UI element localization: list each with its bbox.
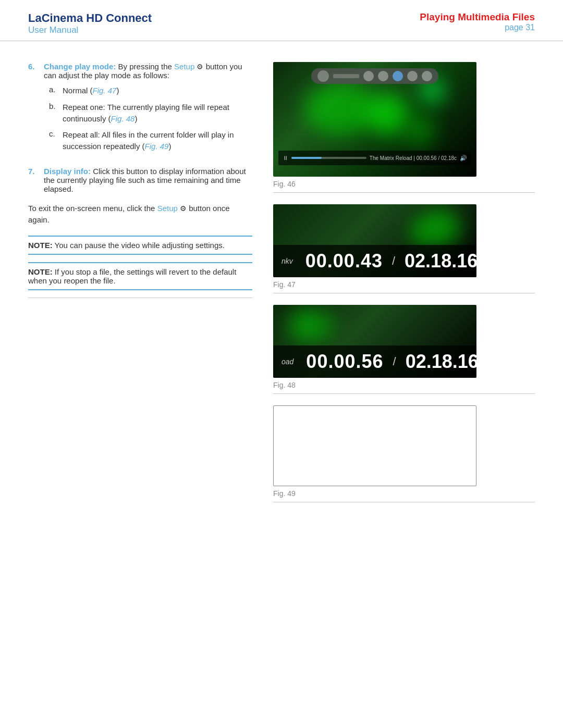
toolbar-separator (333, 74, 359, 78)
figure-49-block: Fig. 49 (273, 405, 535, 502)
step-7-label: Display info: (44, 167, 91, 176)
sub-letter-b: b. (49, 102, 59, 110)
progress-bar (291, 157, 366, 159)
step-7-number: 7. (28, 167, 40, 176)
sub-text-b: Repeat one: The currently playing file w… (63, 102, 252, 125)
toolbar-icon-4 (393, 71, 403, 81)
sub-item-a: a. Normal (Fig. 47) (49, 85, 252, 96)
bottom-divider (28, 298, 252, 298)
green-blob-2 (367, 93, 409, 135)
sub-text-a: Normal (Fig. 47) (63, 85, 252, 96)
note-1: NOTE: You can pause the video while adju… (28, 236, 252, 255)
figure-48-image: oad 00.00.56 / 02.18.16 ① (273, 305, 476, 378)
figure-47-block: nkv 00.00.43 / 02.18.16 Fig. 47 (273, 204, 535, 293)
figure-49-image (273, 405, 476, 486)
toolbar-icon-6 (422, 71, 432, 81)
figure-46-block: ⏸ The Matrix Reload | 00.00.56 / 02.18c … (273, 62, 535, 193)
fig47-total: 02.18.16 (405, 250, 476, 272)
fig47-label: nkv (282, 257, 293, 265)
progress-fill (291, 157, 322, 159)
header-left: LaCinema HD Connect User Manual (28, 11, 152, 35)
sub-item-b: b. Repeat one: The currently playing fil… (49, 102, 252, 125)
step-6-setup-word: Setup (174, 62, 194, 71)
right-column: ⏸ The Matrix Reload | 00.00.56 / 02.18c … (273, 62, 535, 514)
figure-48-caption: Fig. 48 (273, 381, 535, 394)
gear-icon-step6: ⚙ (197, 63, 203, 71)
brand-name: LaCinema HD Connect (28, 11, 152, 25)
step-6-text-before: By pressing the (118, 62, 175, 71)
header-right: Playing Multimedia Files page 31 (420, 11, 535, 32)
green-blob-47-2 (409, 220, 435, 246)
fig47-slash: / (392, 254, 395, 268)
fig46-toolbar (311, 68, 438, 84)
green-blob-1 (304, 83, 377, 135)
sub-letter-a: a. (49, 85, 59, 94)
manual-subtitle: User Manual (28, 25, 152, 35)
exit-text-before: To exit the on-screen menu, click the (28, 204, 155, 213)
sub-letter-c: c. (49, 129, 59, 138)
exit-instruction: To exit the on-screen menu, click the Se… (28, 203, 252, 226)
fig48-time: 00.00.56 (306, 351, 383, 373)
pause-icon: ⏸ (283, 155, 288, 161)
sub-text-c: Repeat all: All files in the current fol… (63, 129, 252, 152)
figure-47-image: nkv 00.00.43 / 02.18.16 (273, 204, 476, 277)
figure-47-caption: Fig. 47 (273, 280, 535, 293)
gear-icon-exit: ⚙ (180, 203, 187, 214)
figure-48-block: oad 00.00.56 / 02.18.16 ① Fig. 48 (273, 305, 535, 394)
note-2-text: If you stop a file, the settings will re… (28, 267, 236, 285)
bar-title: The Matrix Reload | 00.00.56 / 02.18c (370, 155, 457, 161)
fig48-total: 02.18.16 (406, 351, 476, 373)
volume-icon: 🔊 (460, 155, 467, 162)
fig48-label: oad (282, 357, 293, 366)
figure-46-image: ⏸ The Matrix Reload | 00.00.56 / 02.18c … (273, 62, 476, 177)
fig-ref-48: Fig. 48 (111, 114, 135, 123)
step-6-sublist: a. Normal (Fig. 47) b. Repeat one: The c… (44, 85, 252, 152)
step-6-label: Change play mode: (44, 62, 116, 71)
figure-49-caption: Fig. 49 (273, 489, 535, 502)
figure-46-caption: Fig. 46 (273, 180, 535, 193)
fig-ref-49: Fig. 49 (145, 142, 169, 151)
green-blob-3 (403, 114, 435, 145)
green-blob-48-2 (315, 315, 336, 336)
page-number: page 31 (420, 23, 535, 32)
step-7: 7. Display info: Click this button to di… (28, 167, 252, 193)
note-2-label: NOTE: (28, 267, 53, 276)
page-header: LaCinema HD Connect User Manual Playing … (0, 0, 563, 41)
step-7-content: Display info: Click this button to displ… (44, 167, 252, 193)
step-6: 6. Change play mode: By pressing the Set… (28, 62, 252, 157)
fig-ref-47: Fig. 47 (93, 86, 117, 95)
toolbar-icon-3 (378, 71, 388, 81)
toolbar-icon-5 (407, 71, 418, 81)
sub-item-c: c. Repeat all: All files in the current … (49, 129, 252, 152)
content-area: 6. Change play mode: By pressing the Set… (0, 41, 563, 535)
section-title: Playing Multimedia Files (420, 11, 535, 23)
note-1-label: NOTE: (28, 241, 53, 250)
fig48-text-overlay: oad 00.00.56 / 02.18.16 ① (273, 346, 476, 378)
step-6-content: Change play mode: By pressing the Setup … (44, 62, 252, 157)
note-1-text: You can pause the video while adjusting … (55, 241, 225, 250)
toolbar-icon-1 (317, 70, 329, 82)
exit-setup-word: Setup (157, 204, 178, 213)
note-2: NOTE: If you stop a file, the settings w… (28, 262, 252, 290)
fig47-time: 00.00.43 (305, 250, 383, 272)
step-6-number: 6. (28, 62, 40, 71)
left-column: 6. Change play mode: By pressing the Set… (28, 62, 252, 514)
toolbar-icon-2 (363, 71, 374, 81)
fig48-slash: / (393, 355, 396, 368)
fig46-bar: ⏸ The Matrix Reload | 00.00.56 / 02.18c … (278, 151, 471, 165)
fig47-text-overlay: nkv 00.00.43 / 02.18.16 (273, 245, 476, 277)
